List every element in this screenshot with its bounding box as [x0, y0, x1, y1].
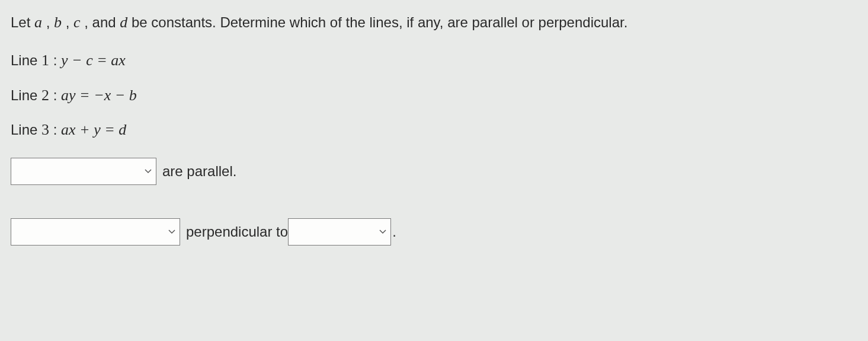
perpendicular-answer-row: perpendicular to . — [11, 218, 857, 246]
line-2: Line 2 : ay = −x − b — [11, 85, 857, 106]
line-3-num: 3 — [41, 121, 49, 138]
line-2-colon: : — [49, 87, 61, 103]
constant-d: d — [120, 14, 127, 31]
line-1: Line 1 : y − c = ax — [11, 50, 857, 71]
intro-text-2: be constants. Determine which of the lin… — [127, 14, 627, 30]
perpendicular-left-select[interactable] — [11, 218, 180, 246]
intro-sep-3: , and — [81, 14, 120, 30]
period: . — [392, 222, 396, 242]
line-3-equation: ax + y = d — [61, 121, 126, 138]
perpendicular-text: perpendicular to — [186, 222, 288, 242]
line-2-label: Line — [11, 87, 41, 103]
line-3-colon: : — [49, 122, 61, 138]
parallel-select[interactable] — [11, 158, 156, 185]
line-3: Line 3 : ax + y = d — [11, 119, 857, 141]
intro-sep-1: , — [42, 14, 54, 30]
chevron-down-icon — [168, 228, 176, 236]
line-2-num: 2 — [41, 87, 49, 104]
intro-text-1: Let — [11, 14, 34, 30]
line-2-equation: ay = −x − b — [61, 87, 137, 104]
chevron-down-icon — [379, 228, 387, 236]
question-intro: Let a , b , c , and d be constants. Dete… — [11, 12, 857, 33]
chevron-down-icon — [144, 167, 152, 176]
parallel-text: are parallel. — [162, 161, 236, 181]
line-1-colon: : — [49, 52, 61, 68]
constant-a: a — [34, 14, 42, 31]
intro-sep-2: , — [62, 14, 73, 30]
constant-c: c — [73, 14, 81, 31]
parallel-answer-row: are parallel. — [11, 158, 857, 185]
line-1-label: Line — [11, 52, 41, 68]
line-1-equation: y − c = ax — [61, 52, 126, 69]
constant-b: b — [54, 14, 62, 31]
perpendicular-right-select[interactable] — [288, 218, 391, 246]
line-1-num: 1 — [41, 52, 49, 69]
line-3-label: Line — [11, 122, 41, 138]
